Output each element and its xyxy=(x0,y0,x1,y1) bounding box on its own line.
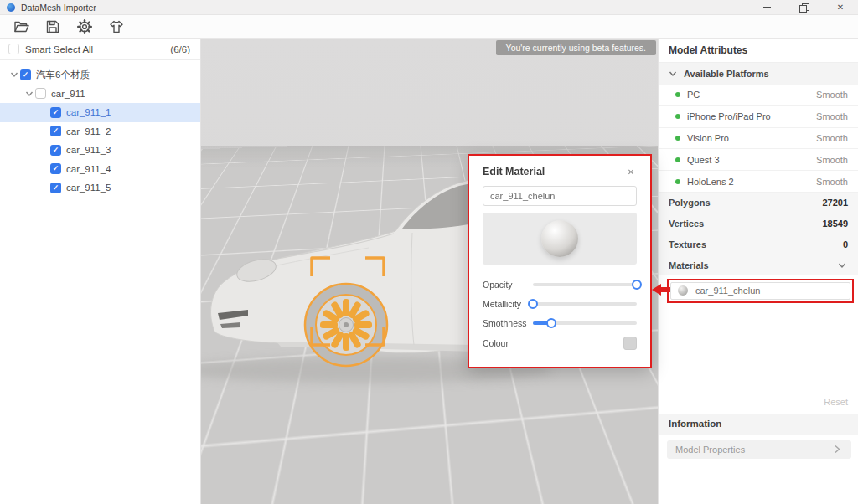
dialog-title: Edit Material xyxy=(483,166,545,177)
tree-item-car-911-2[interactable]: car_911_2 xyxy=(0,122,200,141)
colour-swatch[interactable] xyxy=(623,337,637,350)
chevron-down-icon[interactable] xyxy=(23,90,35,98)
toolbar xyxy=(0,15,858,39)
model-attributes-panel: Model Attributes Available Platforms PC … xyxy=(658,39,858,504)
window-title: DataMesh Importer xyxy=(21,3,96,13)
smothness-slider-row: Smothness xyxy=(483,313,637,332)
reset-button[interactable]: Reset xyxy=(824,397,848,407)
tree-item-car-911[interactable]: car_911 xyxy=(0,85,200,104)
tree-item-car-911-4[interactable]: car_911_4 xyxy=(0,160,200,179)
annotation-arrow-left xyxy=(652,284,670,296)
reset-row: Reset xyxy=(659,397,858,407)
status-dot-green xyxy=(675,92,680,97)
platform-row-iphone: iPhone Pro/iPad Pro Smooth xyxy=(659,106,858,128)
stat-label: Vertices xyxy=(669,219,704,229)
material-name-input[interactable] xyxy=(483,186,637,206)
selected-count: (6/6) xyxy=(170,44,190,54)
minimize-button[interactable] xyxy=(761,2,773,13)
app-window: DataMesh Importer xyxy=(0,0,858,504)
stat-value: 0 xyxy=(843,239,848,249)
platform-name: Vision Pro xyxy=(687,133,729,143)
tree-checkbox[interactable] xyxy=(50,183,61,193)
slider-thumb[interactable] xyxy=(632,280,642,290)
stat-label: Textures xyxy=(669,239,706,249)
settings-button[interactable] xyxy=(74,17,96,37)
material-sliders: Opacity Metallicity Smothness Colour xyxy=(483,275,637,352)
model-properties-label: Model Properties xyxy=(675,445,745,455)
metallicity-label: Metallicity xyxy=(483,299,533,309)
restore-button[interactable] xyxy=(798,2,809,13)
tree-checkbox[interactable] xyxy=(50,126,61,136)
settings-gear-icon xyxy=(76,18,93,35)
opacity-slider-row: Opacity xyxy=(483,275,637,294)
material-annotation-box: car_911_chelun xyxy=(667,279,854,303)
platform-row-visionpro: Vision Pro Smooth xyxy=(659,128,858,150)
materials-section-header[interactable]: Materials xyxy=(659,255,858,275)
tree-item-label: car_911_5 xyxy=(66,183,111,193)
chevron-down-icon[interactable] xyxy=(8,70,20,79)
tree-item-label: car_911_3 xyxy=(66,145,111,155)
material-sphere-icon xyxy=(678,285,688,296)
platform-name: Quest 3 xyxy=(687,155,720,165)
smart-select-all-checkbox[interactable] xyxy=(8,44,19,54)
chevron-down-icon xyxy=(836,261,848,270)
platform-row-hololens2: HoloLens 2 Smooth xyxy=(659,171,858,193)
slider-thumb[interactable] xyxy=(546,318,556,328)
skin-button[interactable] xyxy=(106,17,127,37)
status-dot-green xyxy=(675,179,680,184)
model-tree-sidebar: Smart Select All (6/6) 汽车6个材质 car_911 ca… xyxy=(0,39,201,504)
tree-item-label: car_911_2 xyxy=(66,126,111,136)
tree-item-label: 汽车6个材质 xyxy=(36,69,90,81)
smart-select-all-label: Smart Select All xyxy=(25,44,93,54)
stat-row-textures: Textures 0 xyxy=(659,234,858,255)
tree-item-car-911-3[interactable]: car_911_3 xyxy=(0,141,200,160)
restore-icon xyxy=(799,3,808,12)
tree-item-label: car_911_4 xyxy=(66,164,111,174)
material-item-car-911-chelun[interactable]: car_911_chelun xyxy=(670,282,850,300)
beta-banner: You're currently using beta features. xyxy=(496,40,656,55)
chevron-right-icon xyxy=(831,445,843,454)
platform-status: Smooth xyxy=(816,155,848,165)
available-platforms-label: Available Platforms xyxy=(684,69,769,79)
tree-item-root[interactable]: 汽车6个材质 xyxy=(0,65,200,85)
information-header: Information xyxy=(659,414,858,435)
dialog-close-button[interactable] xyxy=(625,166,637,177)
metallicity-slider[interactable] xyxy=(533,302,637,306)
tree-checkbox[interactable] xyxy=(35,88,46,99)
platform-status: Smooth xyxy=(816,177,848,187)
smart-select-all-row[interactable]: Smart Select All (6/6) xyxy=(0,39,200,60)
close-button[interactable] xyxy=(835,2,846,13)
model-tree: 汽车6个材质 car_911 car_911_1 car_911_2 xyxy=(0,60,200,198)
minimize-icon xyxy=(763,7,771,8)
tree-checkbox[interactable] xyxy=(50,145,61,156)
app-logo-icon xyxy=(7,3,15,12)
title-bar: DataMesh Importer xyxy=(0,0,858,15)
colour-row: Colour xyxy=(483,334,637,352)
front-wheel-selected[interactable] xyxy=(305,284,387,366)
colour-label: Colour xyxy=(483,338,533,348)
save-icon xyxy=(44,18,61,35)
stat-label: Polygons xyxy=(669,198,711,208)
stat-row-polygons: Polygons 27201 xyxy=(659,193,858,213)
smothness-slider[interactable] xyxy=(533,321,637,325)
model-properties-button[interactable]: Model Properties xyxy=(667,440,851,459)
tree-item-car-911-5[interactable]: car_911_5 xyxy=(0,178,200,198)
smothness-label: Smothness xyxy=(483,318,533,328)
tree-item-car-911-1[interactable]: car_911_1 xyxy=(0,103,200,122)
tree-checkbox[interactable] xyxy=(50,163,61,174)
platform-status: Smooth xyxy=(816,90,848,100)
tree-checkbox[interactable] xyxy=(50,107,61,118)
available-platforms-header[interactable]: Available Platforms xyxy=(659,63,858,85)
tree-checkbox[interactable] xyxy=(20,69,31,80)
open-file-button[interactable] xyxy=(10,17,32,37)
status-dot-green xyxy=(675,157,680,162)
stat-row-vertices: Vertices 18549 xyxy=(659,213,858,234)
material-item-label: car_911_chelun xyxy=(695,285,760,296)
opacity-slider[interactable] xyxy=(533,283,637,286)
open-folder-icon xyxy=(13,18,29,35)
platform-status: Smooth xyxy=(816,133,848,143)
platform-name: HoloLens 2 xyxy=(687,177,734,187)
slider-thumb[interactable] xyxy=(528,299,538,309)
save-button[interactable] xyxy=(42,17,64,37)
chevron-down-icon xyxy=(667,69,679,78)
